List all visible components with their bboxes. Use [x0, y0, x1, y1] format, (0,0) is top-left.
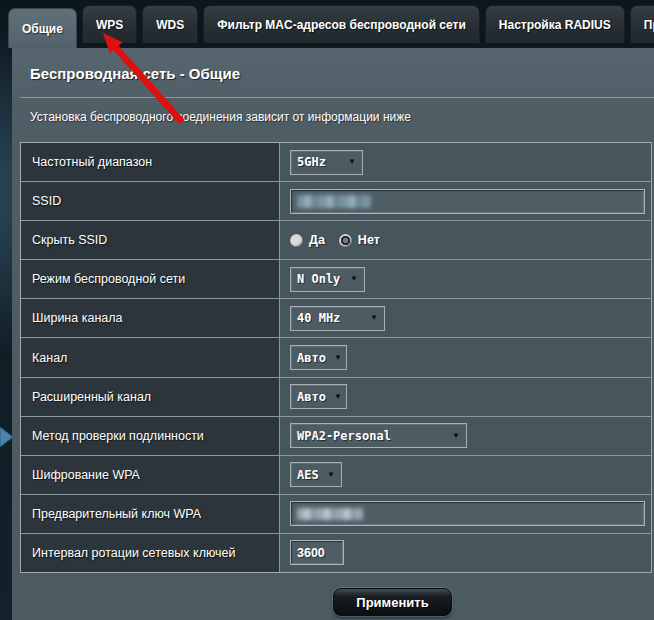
auth-method-select[interactable]: WPA2-Personal ▼	[290, 423, 467, 448]
table-row: Расширенный канал Авто ▼	[21, 377, 651, 416]
field-label: Канал	[21, 338, 280, 376]
content-panel: Беспроводная сеть - Общие Установка бесп…	[12, 48, 654, 620]
tab-wps[interactable]: WPS	[82, 5, 137, 43]
field-label: Метод проверки подлинности	[21, 417, 280, 455]
table-row: Частотный диапазон 5GHz ▼	[21, 143, 651, 181]
table-row: Предварительный ключ WPA	[21, 494, 651, 533]
table-row: Скрыть SSID Да Нет	[21, 220, 651, 259]
chevron-down-icon: ▼	[327, 471, 335, 479]
table-row: Шифрование WPA AES ▼	[21, 455, 651, 494]
table-row: Канал Авто ▼	[21, 337, 651, 376]
chevron-down-icon: ▼	[452, 432, 460, 440]
router-settings-page: Общие WPS WDS Фильтр MAC-адресов беспров…	[0, 0, 654, 620]
table-row: SSID	[21, 181, 651, 220]
chevron-down-icon: ▼	[350, 275, 358, 283]
table-row: Интервал ротации сетевых ключей 3600	[21, 533, 651, 572]
frequency-select[interactable]: 5GHz ▼	[290, 150, 363, 175]
tab-professional[interactable]: Профессионально	[630, 5, 654, 43]
chevron-down-icon: ▼	[348, 158, 356, 166]
field-label: Режим беспроводной сети	[21, 260, 280, 298]
table-row: Режим беспроводной сети N Only ▼	[21, 259, 651, 298]
chevron-down-icon: ▼	[334, 354, 342, 362]
field-label: Предварительный ключ WPA	[21, 495, 280, 533]
wireless-mode-select[interactable]: N Only ▼	[290, 267, 365, 292]
radio-icon	[290, 234, 303, 247]
page-description: Установка беспроводного соединения завис…	[30, 110, 411, 124]
field-label: Скрыть SSID	[21, 221, 280, 259]
ssid-input[interactable]	[290, 189, 645, 214]
field-label: Шифрование WPA	[21, 456, 280, 494]
redacted-wpa-key-value	[297, 508, 363, 520]
wireless-tabbar: Общие WPS WDS Фильтр MAC-адресов беспров…	[8, 5, 654, 48]
apply-button[interactable]: Применить	[333, 588, 452, 616]
tab-general[interactable]: Общие	[8, 8, 77, 48]
wpa-key-input[interactable]	[290, 501, 645, 526]
channel-width-select[interactable]: 40 MHz ▼	[290, 306, 385, 331]
channel-select[interactable]: Авто ▼	[290, 345, 347, 370]
field-label: Расширенный канал	[21, 378, 280, 416]
settings-table: Частотный диапазон 5GHz ▼ SSID Скрыть	[20, 142, 652, 573]
radio-selected-icon	[339, 234, 352, 247]
tab-radius[interactable]: Настройка RADIUS	[485, 5, 625, 43]
field-label: SSID	[21, 182, 280, 220]
wpa-encryption-select[interactable]: AES ▼	[290, 462, 342, 487]
chevron-down-icon: ▼	[370, 314, 378, 322]
radio-no[interactable]: Нет	[339, 233, 380, 247]
title-divider	[20, 97, 654, 98]
hide-ssid-radio-group: Да Нет	[290, 233, 394, 247]
table-row: Ширина канала 40 MHz ▼	[21, 298, 651, 337]
chevron-down-icon: ▼	[334, 393, 342, 401]
field-label: Интервал ротации сетевых ключей	[21, 534, 280, 572]
page-title: Беспроводная сеть - Общие	[30, 65, 240, 82]
tab-wds[interactable]: WDS	[142, 5, 198, 43]
radio-yes[interactable]: Да	[290, 233, 325, 247]
tab-mac-filter[interactable]: Фильтр MAC-адресов беспроводной сети	[203, 5, 480, 43]
extension-channel-select[interactable]: Авто ▼	[290, 384, 347, 409]
table-row: Метод проверки подлинности WPA2-Personal…	[21, 416, 651, 455]
field-label: Ширина канала	[21, 299, 280, 337]
field-label: Частотный диапазон	[21, 143, 280, 181]
key-rotation-input[interactable]: 3600	[290, 540, 344, 565]
redacted-ssid-value	[297, 195, 371, 208]
